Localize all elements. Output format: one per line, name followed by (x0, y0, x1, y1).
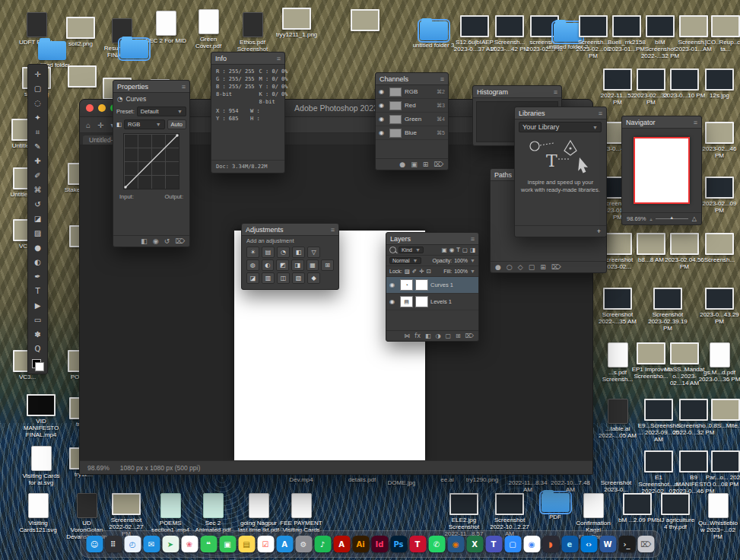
desktop-icon[interactable]: PDF (534, 493, 576, 520)
home-icon[interactable]: ⌂ (86, 121, 91, 129)
black-white-icon[interactable]: ◩ (276, 259, 289, 271)
dock-app-store[interactable]: A (276, 536, 293, 552)
navigator-panel-header[interactable]: Navigator ≡ (622, 116, 701, 129)
history-brush-tool[interactable]: ↺ (30, 197, 46, 212)
desktop-icon[interactable]: ...table.ai 2022-...05 AM (596, 399, 639, 439)
delete-path-icon[interactable]: ⌦ (551, 263, 561, 271)
info-panel[interactable]: Info ≡ R : 255/ 255G : 255/ 255B : 255/ … (211, 52, 285, 173)
panel-menu-icon[interactable]: ≡ (440, 75, 444, 83)
eyedropper-tool[interactable]: ✎ (30, 139, 46, 154)
load-selection-icon[interactable]: ● (399, 161, 405, 168)
dock-messages[interactable]: ❝ (200, 536, 217, 552)
desktop-icon[interactable]: gs.M...d.pdf 2023-0...36 PM (698, 342, 740, 383)
filter-shape-layers-icon[interactable]: ▢ (462, 247, 468, 253)
exposure-icon[interactable]: ◧ (292, 247, 305, 258)
opacity-value[interactable]: 100% (454, 258, 468, 263)
auto-button[interactable]: Auto (167, 119, 186, 129)
gradient-map-icon[interactable]: ▧ (292, 272, 305, 284)
desktop-icon[interactable]: 2022-11...8.34 AM (507, 478, 549, 493)
panel-menu-icon[interactable]: ≡ (182, 83, 186, 91)
pen-tool[interactable]: ✒ (30, 269, 46, 284)
desktop-icon[interactable]: Visiting Cards121.svg (17, 493, 59, 533)
layer-effects-icon[interactable]: fx (414, 332, 421, 339)
threshold-icon[interactable]: ◫ (277, 272, 290, 284)
desktop-icon[interactable]: 2023-0...43.29 PM (698, 288, 740, 325)
panel-menu-icon[interactable]: ≡ (331, 226, 335, 234)
selective-color-icon[interactable]: ◆ (307, 272, 320, 284)
channel-mixer-icon[interactable]: ▦ (306, 259, 319, 271)
dock-teams[interactable]: T (485, 536, 502, 552)
properties-panel[interactable]: Properties ≡ ◔ Curves Preset: Default ▼ … (113, 80, 190, 247)
delete-layer-icon[interactable]: ⌦ (465, 332, 474, 339)
channel-row[interactable]: ◉Blue⌘5 (376, 126, 448, 140)
blend-mode-select[interactable]: Normal ▼ (389, 257, 421, 264)
visibility-eye-icon[interactable]: ◉ (379, 129, 386, 136)
desktop-icon[interactable]: VID MANIFESTO FINAL.mp4 (20, 394, 62, 438)
visibility-icon[interactable]: ◉ (153, 237, 159, 245)
dock-acrobat[interactable]: A (333, 536, 350, 552)
desktop-icon[interactable]: try1290.png (461, 475, 503, 483)
channel-select[interactable]: RGB ▼ (124, 119, 164, 129)
desktop-icon[interactable]: Visiting Cards for ai.svg (20, 446, 62, 486)
fill-value[interactable]: 100% (454, 269, 468, 274)
new-path-icon[interactable]: ⊞ (540, 263, 546, 271)
desktop-icon[interactable]: Screenshot 2022-...35 AM (596, 288, 639, 325)
type-tool[interactable]: T (30, 284, 46, 298)
dodge-tool[interactable]: ◐ (30, 255, 46, 269)
dock-system-settings[interactable]: ⚙ (295, 536, 312, 552)
color-balance-icon[interactable]: ◐ (262, 259, 275, 271)
dock-indesign[interactable]: Id (371, 536, 388, 552)
layers-panel-header[interactable]: Layers ≡ (386, 233, 478, 245)
posterize-icon[interactable]: ▥ (262, 272, 275, 284)
fill-path-icon[interactable]: ● (495, 263, 501, 271)
dock-launchpad[interactable]: ⠿ (105, 536, 122, 552)
invert-icon[interactable]: ◪ (246, 272, 259, 284)
desktop-icon[interactable]: 0.8S...Mite... (704, 399, 740, 429)
dock-facetime[interactable]: ▣ (219, 536, 236, 552)
filter-pixel-layers-icon[interactable]: ▣ (442, 247, 447, 253)
desktop-icon[interactable]: [CO..Reup..cksta... (704, 15, 740, 52)
rectangle-tool[interactable]: ▭ (30, 313, 46, 327)
desktop-icon[interactable]: FEE PAYMENT Visiting Cards (280, 493, 322, 533)
dock-photoshop[interactable]: Ps (390, 536, 407, 552)
link-layers-icon[interactable]: ⋈ (404, 332, 410, 339)
slider-thumb[interactable]: ▲ (669, 215, 674, 220)
zoom-in-icon[interactable]: △ (692, 215, 697, 222)
photo-filter-icon[interactable]: ◨ (291, 259, 304, 271)
dock-zoom[interactable]: ▢ (504, 536, 521, 552)
dock-word[interactable]: W (599, 536, 616, 552)
desktop-icon[interactable] (344, 9, 386, 31)
panel-menu-icon[interactable]: ≡ (277, 55, 281, 62)
dock-blender[interactable]: ◉ (447, 536, 464, 552)
blur-tool[interactable]: ● (30, 240, 46, 255)
layer-row[interactable]: ◉◔Curves 1 (386, 277, 478, 294)
libraries-panel-header[interactable]: Libraries ≡ (515, 107, 606, 119)
mask-from-path-icon[interactable]: ▢ (529, 263, 535, 271)
visibility-eye-icon[interactable]: ◉ (389, 298, 398, 305)
layer-row[interactable]: ◉▤Levels 1 (386, 294, 478, 310)
lock-transparency-icon[interactable]: ▨ (405, 268, 410, 275)
desktop-icon[interactable]: POEMS section1 .mp4 (149, 493, 192, 533)
save-selection-icon[interactable]: ▣ (411, 161, 418, 168)
quick-selection-tool[interactable]: ✦ (30, 110, 46, 125)
desktop-icon[interactable] (113, 40, 155, 59)
desktop-icon[interactable]: 12s.jpg (698, 68, 740, 99)
dock-vscode[interactable]: ‹› (580, 536, 597, 552)
desktop-icon[interactable]: tryy1211_1.png (275, 8, 318, 38)
navigator-panel[interactable]: Navigator ≡ 98.69% ▵ ▲ △ (621, 116, 702, 225)
add-library-button[interactable]: + (597, 228, 601, 235)
libraries-panel[interactable]: Libraries ≡ Your Library ▼ T inspire and… (514, 107, 607, 237)
lock-position-icon[interactable]: ✛ (419, 268, 424, 275)
adjustments-panel-header[interactable]: Adjustments ≡ (242, 224, 338, 236)
dock-photos[interactable]: ❀ (181, 536, 198, 552)
desktop-icon[interactable]: Par...o... 2023-0...08 PM (704, 450, 740, 488)
new-fill-adjustment-icon[interactable]: ◑ (435, 332, 440, 339)
curves-icon[interactable]: ◔ (277, 247, 290, 258)
dock-whatsapp[interactable]: ✆ (428, 536, 445, 552)
desktop-icon[interactable]: DOME.jpg (380, 478, 423, 486)
visibility-eye-icon[interactable]: ◉ (379, 116, 386, 123)
vibrance-icon[interactable]: ▽ (307, 247, 320, 258)
clone-stamp-tool[interactable]: ⌘ (30, 183, 46, 197)
desktop-icon[interactable]: 2022-10...7.48 AM (549, 478, 592, 493)
hue-saturation-icon[interactable]: ◍ (246, 259, 259, 271)
